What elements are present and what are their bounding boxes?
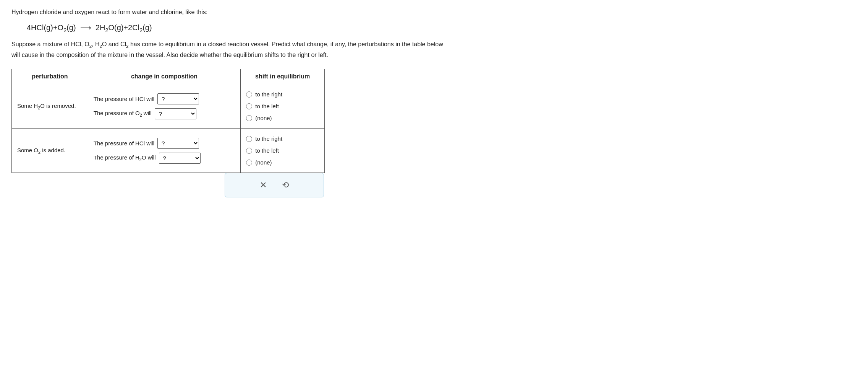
composition-cell-2: The pressure of HCl will ? increase decr… (88, 129, 240, 173)
composition-label-1b: The pressure of O2 will (94, 110, 152, 117)
shift-option-left-1[interactable]: to the left (246, 103, 319, 109)
shift-option-none-1[interactable]: (none) (246, 115, 319, 121)
perturbation-cell-2: Some O2 is added. (12, 129, 88, 173)
action-bar: ✕ ⟲ (225, 173, 324, 197)
shift-radio-none-2[interactable] (246, 160, 252, 166)
shift-radio-right-2[interactable] (246, 136, 252, 142)
shift-cell-2: to the right to the left (none) (241, 129, 325, 173)
composition-label-2a: The pressure of HCl will (94, 140, 154, 147)
reset-icon: ⟲ (282, 180, 289, 190)
shift-radio-group-1: to the right to the left (none) (246, 88, 319, 124)
shift-option-left-2[interactable]: to the left (246, 147, 319, 154)
shift-option-right-1[interactable]: to the right (246, 91, 319, 98)
table-row: Some H2O is removed. The pressure of HCl… (12, 84, 325, 129)
shift-label-none-1: (none) (255, 115, 272, 121)
shift-label-left-2: to the left (255, 147, 279, 154)
composition-row-1b: The pressure of O2 will ? increase decre… (94, 108, 235, 119)
shift-radio-left-1[interactable] (246, 103, 252, 109)
shift-option-none-2[interactable]: (none) (246, 159, 319, 166)
equilibrium-table: perturbation change in composition shift… (11, 69, 325, 173)
table-row: Some O2 is added. The pressure of HCl wi… (12, 129, 325, 173)
clear-icon: ✕ (260, 180, 267, 190)
pressure-select-2a[interactable]: ? increase decrease not change (157, 138, 199, 149)
pressure-select-2b[interactable]: ? increase decrease not change (159, 153, 201, 164)
shift-radio-group-2: to the right to the left (none) (246, 132, 319, 169)
col-header-perturbation: perturbation (12, 69, 88, 84)
intro-text: Hydrogen chloride and oxygen react to fo… (11, 8, 447, 17)
shift-label-none-2: (none) (255, 159, 272, 166)
composition-cell-1: The pressure of HCl will ? increase decr… (88, 84, 240, 129)
composition-row-2b: The pressure of H2O will ? increase decr… (94, 153, 235, 164)
shift-label-left-1: to the left (255, 103, 279, 109)
shift-option-right-2[interactable]: to the right (246, 135, 319, 142)
clear-button[interactable]: ✕ (257, 179, 270, 192)
equation-display: 4HCl(g)+O2(g) ⟶ 2H2O(g)+2Cl2(g) (27, 23, 447, 33)
composition-row-2a: The pressure of HCl will ? increase decr… (94, 138, 235, 149)
shift-radio-left-2[interactable] (246, 148, 252, 154)
composition-row-1a: The pressure of HCl will ? increase decr… (94, 93, 235, 104)
pressure-select-1a[interactable]: ? increase decrease not change (157, 93, 199, 104)
shift-label-right-2: to the right (255, 135, 282, 142)
composition-label-2b: The pressure of H2O will (94, 154, 156, 162)
shift-label-right-1: to the right (255, 91, 282, 98)
col-header-composition: change in composition (88, 69, 240, 84)
shift-radio-none-1[interactable] (246, 115, 252, 121)
composition-label-1a: The pressure of HCl will (94, 96, 154, 102)
description-text: Suppose a mixture of HCl, O2, H2O and Cl… (11, 39, 447, 60)
shift-radio-right-1[interactable] (246, 91, 252, 98)
perturbation-cell-1: Some H2O is removed. (12, 84, 88, 129)
col-header-shift: shift in equilibrium (241, 69, 325, 84)
shift-cell-1: to the right to the left (none) (241, 84, 325, 129)
reset-button[interactable]: ⟲ (279, 179, 292, 192)
pressure-select-1b[interactable]: ? increase decrease not change (155, 108, 196, 119)
